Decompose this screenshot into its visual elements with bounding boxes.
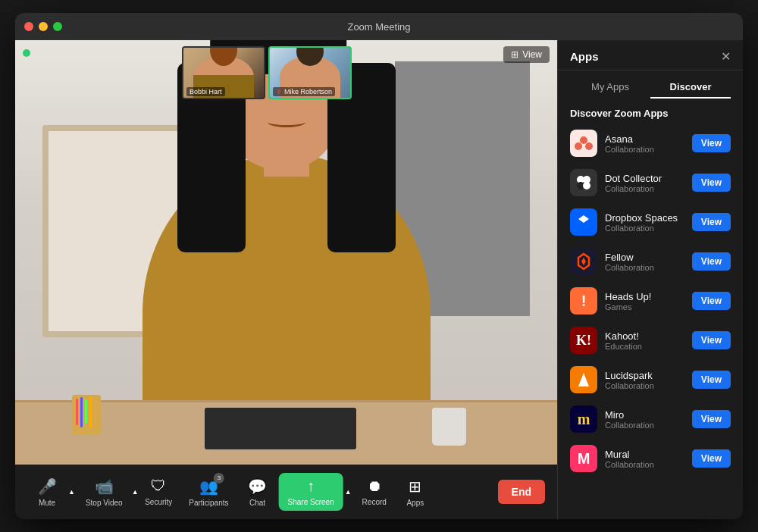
- security-label: Security: [145, 498, 172, 506]
- share-screen-caret[interactable]: ▲: [343, 488, 353, 496]
- miro-icon-text: m: [578, 411, 590, 428]
- view-label: View: [522, 49, 542, 60]
- thumbnail-mike[interactable]: 🎙 Mike Robertson: [268, 46, 352, 99]
- toolbar-center-group: 🛡 Security 👥 3 Participants 💬: [137, 473, 435, 512]
- mural-name: Mural: [605, 449, 684, 460]
- kahoot-view-button[interactable]: View: [692, 331, 731, 349]
- svg-marker-7: [578, 215, 589, 227]
- stop-video-group: 📹 Stop Video ▲: [78, 473, 140, 512]
- svg-marker-8: [578, 373, 589, 386]
- notebook: [205, 408, 356, 449]
- app-item-dot-collector: Dot Collector Collaboration View: [564, 163, 737, 202]
- lucidspark-info: Lucidspark Collaboration: [605, 370, 684, 390]
- video-top-bar: Bobbi Hart 🎙 Mike Robertson: [15, 40, 557, 99]
- svg-point-1: [575, 142, 582, 150]
- dropbox-icon: [570, 208, 597, 236]
- dot-collector-category: Collaboration: [605, 184, 684, 193]
- window-title: Zoom Meeting: [347, 21, 410, 33]
- thumbnail-bobbi[interactable]: Bobbi Hart: [182, 46, 265, 99]
- mute-label: Mute: [39, 499, 55, 507]
- kahoot-name: Kahoot!: [605, 330, 684, 342]
- stop-video-label: Stop Video: [86, 499, 123, 507]
- participants-icon: 👥 3: [199, 477, 218, 496]
- app-item-kahoot: K! Kahoot! Education View: [564, 321, 737, 360]
- record-icon: ⏺: [367, 477, 382, 495]
- toolbar: 🎤 Mute ▲ 📹 Stop Video ▲: [15, 465, 557, 519]
- end-button[interactable]: End: [498, 480, 545, 504]
- dot-collector-icon: [570, 169, 597, 196]
- share-screen-button[interactable]: ↑ Share Screen: [279, 473, 343, 511]
- pencil-orange: [89, 396, 92, 428]
- mural-category: Collaboration: [605, 460, 684, 469]
- security-button[interactable]: 🛡 Security: [137, 473, 180, 511]
- fellow-view-button[interactable]: View: [692, 252, 731, 271]
- app-item-lucidspark: Lucidspark Collaboration View: [564, 360, 737, 399]
- fellow-icon: [570, 248, 597, 275]
- pencil-blue: [80, 397, 83, 427]
- headsup-view-button[interactable]: View: [692, 292, 731, 310]
- maximize-button[interactable]: [53, 22, 62, 31]
- app-item-mural: M Mural Collaboration View: [564, 439, 737, 478]
- mural-icon-text: M: [578, 450, 590, 468]
- participants-button[interactable]: 👥 3 Participants: [181, 473, 236, 512]
- svg-point-0: [580, 136, 587, 144]
- dropbox-category: Collaboration: [605, 224, 684, 233]
- mute-caret[interactable]: ▲: [67, 488, 77, 496]
- coffee-cup: [432, 408, 466, 446]
- chat-button[interactable]: 💬 Chat: [238, 473, 277, 512]
- dropbox-view-button[interactable]: View: [692, 213, 731, 231]
- asana-view-button[interactable]: View: [692, 134, 731, 152]
- dropbox-info: Dropbox Spaces Collaboration: [605, 212, 684, 233]
- close-apps-panel-button[interactable]: ✕: [721, 49, 731, 64]
- video-icon: 📹: [95, 477, 114, 496]
- fellow-category: Collaboration: [605, 263, 684, 272]
- lucidspark-name: Lucidspark: [605, 370, 684, 381]
- app-item-headsup: ! Heads Up! Games View: [564, 281, 737, 321]
- pencil-cup: [72, 395, 101, 434]
- apps-panel: Apps ✕ My Apps Discover Discover Zoom Ap…: [557, 40, 743, 519]
- toolbar-right-group: End: [498, 480, 545, 504]
- participants-label: Participants: [189, 499, 228, 507]
- asana-name: Asana: [605, 133, 684, 145]
- app-item-asana: Asana Collaboration View: [564, 124, 737, 163]
- toolbar-left-group: 🎤 Mute ▲ 📹 Stop Video ▲: [27, 473, 140, 512]
- apps-button[interactable]: ⊞ Apps: [396, 473, 435, 512]
- dot-collector-view-button[interactable]: View: [692, 174, 731, 192]
- tab-discover[interactable]: Discover: [650, 77, 731, 99]
- asana-info: Asana Collaboration: [605, 133, 684, 154]
- stop-video-button[interactable]: 📹 Stop Video: [78, 473, 130, 512]
- lucidspark-view-button[interactable]: View: [692, 371, 731, 389]
- view-button[interactable]: ⊞ View: [503, 46, 550, 63]
- miro-view-button[interactable]: View: [692, 410, 731, 428]
- lucidspark-category: Collaboration: [605, 381, 684, 390]
- share-screen-icon: ↑: [307, 477, 315, 495]
- share-screen-label: Share Screen: [288, 498, 334, 506]
- record-button[interactable]: ⏺ Record: [355, 473, 394, 511]
- kahoot-icon: K!: [570, 327, 597, 354]
- close-button[interactable]: [24, 22, 33, 31]
- security-icon: 🛡: [151, 477, 166, 495]
- chat-label: Chat: [249, 499, 265, 507]
- connection-indicator: [23, 49, 30, 57]
- kahoot-category: Education: [605, 342, 684, 351]
- minimize-button[interactable]: [39, 22, 48, 31]
- headsup-icon-text: !: [581, 293, 587, 310]
- dot-collector-name: Dot Collector: [605, 173, 684, 184]
- titlebar: Zoom Meeting: [15, 13, 743, 40]
- headsup-info: Heads Up! Games: [605, 291, 684, 311]
- miro-category: Collaboration: [605, 421, 684, 430]
- svg-point-6: [583, 182, 590, 189]
- apps-tabs: My Apps Discover: [558, 70, 743, 99]
- mute-button[interactable]: 🎤 Mute: [27, 473, 67, 512]
- miro-icon: m: [570, 405, 597, 433]
- headsup-category: Games: [605, 302, 684, 311]
- view-grid-icon: ⊞: [511, 49, 518, 60]
- lucidspark-icon: [570, 366, 597, 393]
- asana-category: Collaboration: [605, 145, 684, 154]
- apps-section-title: Discover Zoom Apps: [558, 99, 743, 124]
- mural-view-button[interactable]: View: [692, 449, 731, 468]
- video-area: Bobbi Hart 🎙 Mike Robertson: [15, 40, 557, 519]
- person-smile: [268, 117, 305, 127]
- apps-panel-title: Apps: [570, 50, 599, 63]
- tab-my-apps[interactable]: My Apps: [570, 77, 650, 99]
